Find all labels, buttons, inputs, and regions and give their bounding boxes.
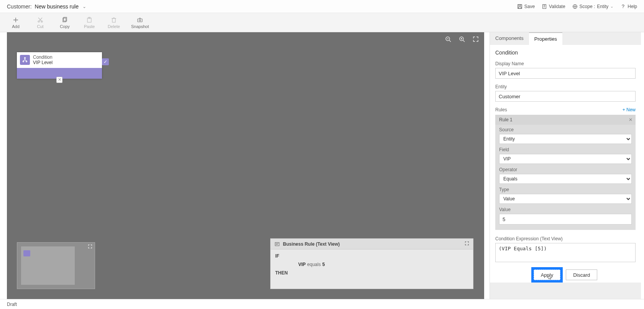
rule-title[interactable]: Rule 1 ✕ xyxy=(495,115,636,125)
chevron-down-icon: ⌄ xyxy=(610,4,613,8)
type-select[interactable]: Value xyxy=(499,194,632,204)
value-input[interactable] xyxy=(499,214,632,225)
help-label: Help xyxy=(628,4,637,9)
status-bar: Draft xyxy=(0,299,644,309)
expand-icon[interactable] xyxy=(465,241,469,247)
validate-button[interactable]: Validate xyxy=(542,4,565,9)
validate-label: Validate xyxy=(549,4,565,9)
type-label: Type xyxy=(499,187,632,192)
design-canvas[interactable]: Condition VIP Level ✓ ✕ Business Rule (T… xyxy=(7,32,484,299)
plus-icon xyxy=(12,17,19,23)
copy-icon xyxy=(61,17,68,23)
section-title: Condition xyxy=(495,50,636,56)
source-select[interactable]: Entity xyxy=(499,134,632,144)
node-type: Condition xyxy=(33,55,53,60)
chevron-down-icon: ⌄ xyxy=(82,4,86,9)
close-icon[interactable]: ✕ xyxy=(629,117,632,122)
title-bar: Customer: New business rule ⌄ Save Valid… xyxy=(0,0,644,13)
toolbar: Add Cut Copy Paste Delete Snapshot xyxy=(0,13,644,32)
copy-button[interactable]: Copy xyxy=(58,17,72,29)
clause-field: VIP xyxy=(298,262,306,267)
help-button[interactable]: ? Help xyxy=(620,4,637,9)
expand-icon[interactable] xyxy=(88,244,93,250)
then-label: THEN xyxy=(275,270,291,276)
operator-select[interactable]: Equals xyxy=(499,174,632,184)
svg-rect-12 xyxy=(138,19,142,22)
condition-node[interactable]: Condition VIP Level ✓ ✕ xyxy=(17,52,102,79)
field-label: Field xyxy=(499,147,632,152)
svg-rect-1 xyxy=(519,4,521,6)
delete-button[interactable]: Delete xyxy=(107,17,121,29)
title-name: New business rule xyxy=(35,3,79,10)
svg-rect-9 xyxy=(87,18,91,22)
camera-icon xyxy=(136,17,143,23)
operator-label: Operator xyxy=(499,167,632,172)
node-true-connector[interactable]: ✓ xyxy=(102,58,109,65)
node-name: VIP Level xyxy=(33,60,53,65)
discard-button[interactable]: Discard xyxy=(566,269,597,280)
tool-label: Copy xyxy=(60,24,70,29)
validate-icon xyxy=(542,4,547,9)
field-select[interactable]: VIP xyxy=(499,154,632,164)
display-name-label: Display Name xyxy=(495,61,636,66)
cut-icon xyxy=(37,17,44,23)
status-text: Draft xyxy=(7,302,17,307)
scope-icon xyxy=(572,4,578,9)
textview-title: Business Rule (Text View) xyxy=(283,241,340,247)
save-button[interactable]: Save xyxy=(517,4,535,9)
text-view-panel: Business Rule (Text View) IF VIP equals … xyxy=(270,238,473,289)
tab-properties[interactable]: Properties xyxy=(529,32,562,45)
save-icon xyxy=(517,4,522,9)
svg-point-17 xyxy=(23,61,24,62)
rule-block: Rule 1 ✕ Source Entity Field VIP Oper xyxy=(495,115,636,230)
if-label: IF xyxy=(275,253,291,259)
expression-output: (VIP Equals [5]) xyxy=(495,243,636,262)
cut-button[interactable]: Cut xyxy=(33,17,48,29)
title-prefix: Customer: xyxy=(7,3,32,10)
svg-point-16 xyxy=(25,58,26,59)
delete-icon xyxy=(110,17,117,23)
help-icon: ? xyxy=(620,4,626,9)
rule-title-dropdown[interactable]: Customer: New business rule ⌄ xyxy=(7,3,86,10)
entity-input[interactable] xyxy=(495,91,636,102)
svg-rect-11 xyxy=(112,18,115,22)
snapshot-button[interactable]: Snapshot xyxy=(131,17,149,29)
value-label: Value xyxy=(499,207,632,212)
tool-label: Delete xyxy=(108,24,120,29)
tool-label: Add xyxy=(12,24,20,29)
expression-label: Condition Expression (Text View) xyxy=(495,236,636,241)
zoom-out-button[interactable] xyxy=(445,36,451,44)
apply-button[interactable]: Apply xyxy=(534,269,561,280)
zoom-in-button[interactable] xyxy=(459,36,465,44)
clause-value: 5 xyxy=(322,262,325,267)
rule-title-text: Rule 1 xyxy=(499,117,513,122)
scope-label: Scope : xyxy=(580,4,595,9)
apply-label: Apply xyxy=(541,272,554,278)
svg-rect-19 xyxy=(275,242,279,246)
fit-screen-button[interactable] xyxy=(473,36,479,44)
condition-icon xyxy=(20,55,30,65)
save-label: Save xyxy=(524,4,535,9)
tool-label: Snapshot xyxy=(131,24,149,29)
svg-point-18 xyxy=(26,61,27,62)
tab-components[interactable]: Components xyxy=(490,32,529,45)
tool-label: Cut xyxy=(37,24,43,29)
svg-rect-2 xyxy=(518,7,521,8)
tool-label: Paste xyxy=(84,24,95,29)
svg-point-13 xyxy=(139,20,141,21)
new-rule-link[interactable]: + New xyxy=(623,107,636,112)
paste-icon xyxy=(86,17,93,23)
node-false-connector[interactable]: ✕ xyxy=(56,77,62,83)
side-panel: Components Properties Condition Display … xyxy=(490,32,641,299)
add-button[interactable]: Add xyxy=(8,17,23,29)
rules-label: Rules xyxy=(495,107,507,112)
display-name-input[interactable] xyxy=(495,68,636,79)
scope-dropdown[interactable]: Scope : Entity ⌄ xyxy=(572,4,614,9)
minimap-node-icon xyxy=(23,250,30,256)
minimap[interactable] xyxy=(17,242,95,289)
clause-op: equals xyxy=(307,262,320,267)
paste-button[interactable]: Paste xyxy=(82,17,97,29)
textview-icon xyxy=(274,241,280,247)
source-label: Source xyxy=(499,127,632,132)
scope-value: Entity xyxy=(597,4,608,9)
